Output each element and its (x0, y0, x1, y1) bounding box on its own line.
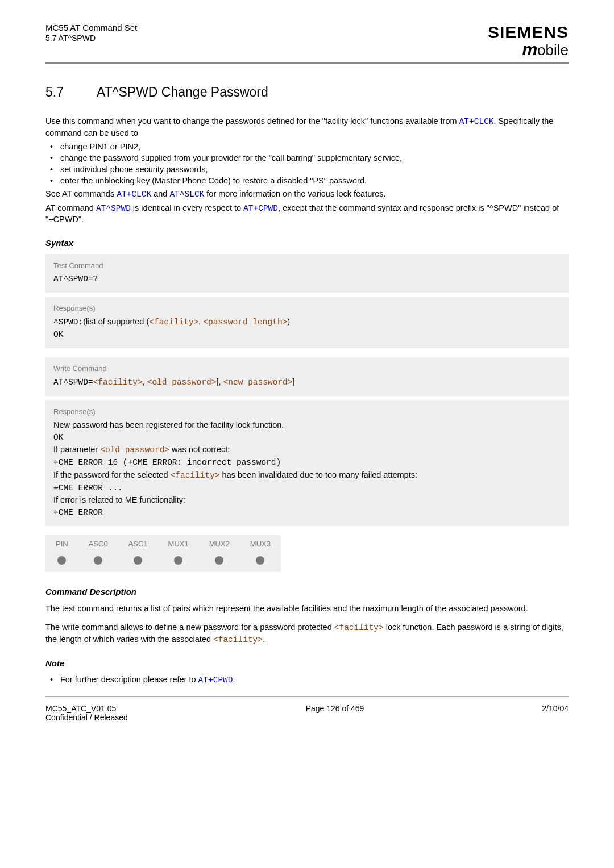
resp-end: ) (287, 317, 290, 326)
brand-sub: mobile (488, 40, 569, 59)
cmd-desc-p1: The test command returns a list of pairs… (45, 603, 569, 615)
param-oldpw-1[interactable]: <old password> (147, 378, 217, 387)
wr-line4: If error is related to ME functionality: (53, 494, 561, 507)
write-response-box: Response(s) New password has been regist… (45, 400, 569, 526)
bullet-3: set individual phone security passwords, (50, 165, 569, 174)
l2b: was not correct: (169, 445, 230, 454)
wr-ok1: OK (53, 432, 561, 444)
write-command-label: Write Command (53, 364, 561, 373)
footer-left: MC55_ATC_V01.05 Confidential / Released (45, 704, 128, 722)
wr-line3: If the password for the selected <facili… (53, 469, 561, 482)
dot-asc0 (78, 553, 118, 572)
wr-err2: +CME ERROR ... (53, 482, 561, 495)
test-command-label: Test Command (53, 261, 561, 270)
test-response-box: Response(s) ^SPWD:(list of supported (<f… (45, 297, 569, 349)
section-title: AT^SPWD Change Password (97, 85, 268, 99)
footer-center: Page 126 of 469 (306, 704, 364, 722)
atclck-link-2[interactable]: AT+CLCK (117, 190, 151, 199)
at-line: AT command AT^SPWD is identical in every… (45, 203, 569, 226)
col-asc0: ASC0 (78, 535, 118, 553)
atspwd-link[interactable]: AT^SPWD (96, 204, 131, 213)
p2a: The write command allows to define a new… (45, 623, 334, 632)
doc-subtitle: 5.7 AT^SPWD (45, 34, 137, 43)
write-response-content: New password has been registered for the… (53, 419, 561, 519)
test-response-content: ^SPWD:(list of supported (<facility>, <p… (53, 316, 561, 342)
dot-icon (94, 556, 102, 565)
note-bullet-1: For further description please refer to … (50, 675, 569, 685)
atcpwd-link-1[interactable]: AT+CPWD (243, 204, 278, 213)
header-divider (45, 62, 569, 64)
wcomma1: , (143, 377, 147, 386)
param-newpw[interactable]: <new password> (223, 378, 293, 387)
dot-asc1 (118, 553, 158, 572)
see2: and (151, 189, 169, 198)
header-right: SIEMENS mobile (488, 23, 569, 59)
col-mux2: MUX2 (199, 535, 240, 553)
dot-icon (134, 556, 142, 565)
atcpwd-link-2[interactable]: AT+CPWD (198, 675, 233, 685)
brand-rest: obile (537, 41, 569, 59)
l3b: has been invalidated due to too many fai… (220, 470, 417, 479)
note-heading: Note (45, 658, 569, 668)
bullet-1: change PIN1 or PIN2, (50, 142, 569, 151)
col-pin: PIN (45, 535, 78, 553)
page-footer: MC55_ATC_V01.05 Confidential / Released … (45, 704, 569, 722)
param-pwlen[interactable]: <password length> (203, 318, 287, 327)
cmd-desc-p2: The write command allows to define a new… (45, 622, 569, 645)
dot-mux3 (240, 553, 281, 572)
test-command-cmd: AT^SPWD=? (53, 273, 561, 286)
feature-table: PIN ASC0 ASC1 MUX1 MUX2 MUX3 (45, 535, 281, 572)
page-header: MC55 AT Command Set 5.7 AT^SPWD SIEMENS … (45, 23, 569, 59)
cmd-desc-heading: Command Description (45, 587, 569, 596)
at1: AT command (45, 203, 96, 212)
dot-icon (215, 556, 223, 565)
intro-lead: Use this command when you want to change… (45, 116, 459, 126)
test-command-box: Test Command AT^SPWD=? (45, 254, 569, 293)
param-facility-2[interactable]: <facility> (93, 378, 143, 387)
see1: See AT commands (45, 189, 117, 198)
intro-bullets: change PIN1 or PIN2, change the password… (45, 142, 569, 185)
param-facility-5[interactable]: <facility> (213, 635, 263, 644)
param-oldpw-2[interactable]: <old password> (100, 445, 169, 454)
intro-paragraph: Use this command when you want to change… (45, 116, 569, 139)
wr-err1: +CME ERROR 16 (+CME ERROR: incorrect pas… (53, 457, 561, 469)
dot-pin (45, 553, 78, 572)
p2c: . (263, 635, 265, 644)
param-facility-1[interactable]: <facility> (149, 318, 198, 327)
wr-line2: If parameter <old password> was not corr… (53, 444, 561, 457)
param-facility-4[interactable]: <facility> (334, 623, 384, 632)
atslck-link[interactable]: AT^SLCK (169, 190, 204, 199)
col-mux1: MUX1 (158, 535, 199, 553)
param-facility-3[interactable]: <facility> (171, 471, 220, 480)
syntax-heading: Syntax (45, 238, 569, 248)
doc-title: MC55 AT Command Set (45, 23, 137, 32)
l2a: If parameter (53, 445, 100, 454)
header-left: MC55 AT Command Set 5.7 AT^SPWD (45, 23, 137, 43)
at2: is identical in every respect to (131, 203, 243, 212)
nb1a: For further description please refer to (60, 675, 198, 684)
l3a: If the password for the selected (53, 470, 171, 479)
footer-divider (45, 696, 569, 697)
see-line: See AT commands AT+CLCK and AT^SLCK for … (45, 189, 569, 201)
dot-icon (57, 556, 66, 565)
section-number: 5.7 (45, 85, 97, 100)
dot-icon (174, 556, 182, 565)
wr-line1: New password has been registered for the… (53, 419, 561, 432)
footer-right: 2/10/04 (542, 704, 569, 722)
dot-mux2 (199, 553, 240, 572)
test-response-label: Response(s) (53, 304, 561, 312)
brand-m: m (522, 40, 537, 59)
bullet-2: change the password supplied from your p… (50, 153, 569, 162)
write-response-label: Response(s) (53, 407, 561, 416)
see3: for more information on the various lock… (204, 189, 385, 198)
wr-err3: +CME ERROR (53, 507, 561, 519)
resp-mid: (list of supported ( (83, 317, 149, 326)
br1: [, (217, 377, 223, 386)
br2: ] (292, 377, 294, 386)
footer-confidential: Confidential / Released (45, 713, 128, 722)
write-pre: AT^SPWD= (53, 378, 93, 387)
write-command-box: Write Command AT^SPWD=<facility>, <old p… (45, 357, 569, 396)
dot-icon (256, 556, 264, 565)
col-asc1: ASC1 (118, 535, 158, 553)
atclck-link-1[interactable]: AT+CLCK (459, 117, 494, 126)
